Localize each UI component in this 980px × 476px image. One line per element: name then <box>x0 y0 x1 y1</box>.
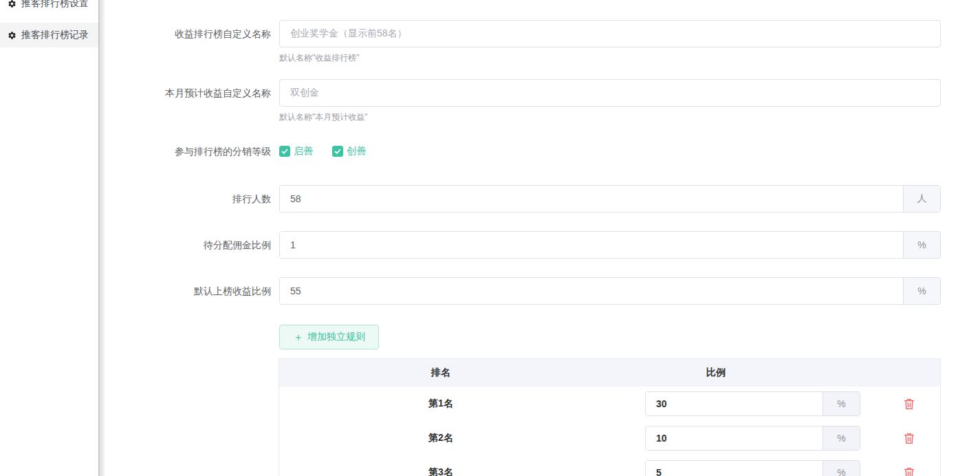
field-label: 排行人数 <box>105 185 271 213</box>
delete-rule-button[interactable] <box>903 466 915 476</box>
field-label: 本月预计收益自定义名称 <box>105 79 271 122</box>
delete-rule-button[interactable] <box>903 432 915 444</box>
commission-ratio-input[interactable] <box>280 232 903 258</box>
field-hint: 默认名称"收益排行榜" <box>279 53 941 63</box>
rules-table: 排名 比例 第1名 % 第2名 % 第3名 <box>279 358 941 476</box>
sidebar-item-label: 推客排行榜记录 <box>21 29 89 41</box>
checkbox-label: 启善 <box>294 145 313 158</box>
percent-suffix: % <box>823 392 860 415</box>
column-header-rank: 排名 <box>279 367 602 379</box>
field-label: 参与排行榜的分销等级 <box>105 144 271 159</box>
default-income-ratio-input[interactable] <box>280 278 903 304</box>
field-label: 待分配佣金比例 <box>105 231 271 259</box>
checkbox-level-qishan[interactable]: 启善 <box>279 145 313 158</box>
rank2-ratio-input[interactable] <box>646 426 823 450</box>
rules-table-header: 排名 比例 <box>279 359 940 387</box>
ranking-count-input[interactable] <box>280 186 903 212</box>
field-default-income-ratio: 默认上榜收益比例 % <box>105 277 980 305</box>
field-monthly-income-name: 本月预计收益自定义名称 默认名称"本月预计收益" <box>105 79 980 122</box>
field-revenue-ranking-name: 收益排行榜自定义名称 默认名称"收益排行榜" <box>105 20 980 63</box>
field-ranking-count: 排行人数 人 <box>105 185 980 213</box>
rank-label: 第2名 <box>279 432 602 444</box>
sidebar-item-ranking-records[interactable]: 推客排行榜记录 <box>0 23 98 47</box>
field-commission-ratio: 待分配佣金比例 % <box>105 231 980 259</box>
checkbox-checked-icon <box>332 146 343 157</box>
sidebar-item-ranking-settings[interactable]: 推客排行榜设置 <box>0 0 98 16</box>
sidebar-item-label: 推客排行榜设置 <box>21 0 89 10</box>
checkbox-checked-icon <box>279 146 290 157</box>
gear-icon <box>8 0 17 8</box>
rank-label: 第1名 <box>279 398 602 410</box>
rank3-ratio-input[interactable] <box>646 461 823 476</box>
percent-suffix: % <box>823 461 860 476</box>
rank-label: 第3名 <box>279 466 602 476</box>
gear-icon <box>8 31 17 40</box>
table-row: 第3名 % <box>279 455 940 476</box>
plus-icon: ＋ <box>293 331 303 344</box>
column-header-ratio: 比例 <box>602 367 829 379</box>
checkbox-level-chuangshan[interactable]: 创善 <box>332 145 366 158</box>
percent-suffix: % <box>903 232 940 258</box>
sidebar-scrollbar[interactable] <box>98 0 105 476</box>
add-rule-label: 增加独立规则 <box>307 331 365 343</box>
ranking-settings-form: 收益排行榜自定义名称 默认名称"收益排行榜" 本月预计收益自定义名称 默认名称"… <box>105 0 980 476</box>
table-row: 第2名 % <box>279 421 940 455</box>
delete-rule-button[interactable] <box>903 398 915 410</box>
unit-suffix: 人 <box>903 186 940 212</box>
percent-suffix: % <box>823 426 860 450</box>
field-label: 默认上榜收益比例 <box>105 277 271 305</box>
field-hint: 默认名称"本月预计收益" <box>279 112 941 122</box>
monthly-income-name-input[interactable] <box>279 79 941 107</box>
table-row: 第1名 % <box>279 387 940 421</box>
checkbox-label: 创善 <box>347 145 366 158</box>
sidebar: 推客排行榜设置 推客排行榜记录 <box>0 0 98 476</box>
field-distribution-levels: 参与排行榜的分销等级 启善 创善 <box>105 144 980 159</box>
percent-suffix: % <box>903 278 940 304</box>
field-label: 收益排行榜自定义名称 <box>105 20 271 63</box>
rank1-ratio-input[interactable] <box>646 392 823 415</box>
add-rule-button[interactable]: ＋ 增加独立规则 <box>279 325 379 349</box>
revenue-ranking-name-input[interactable] <box>279 20 941 47</box>
